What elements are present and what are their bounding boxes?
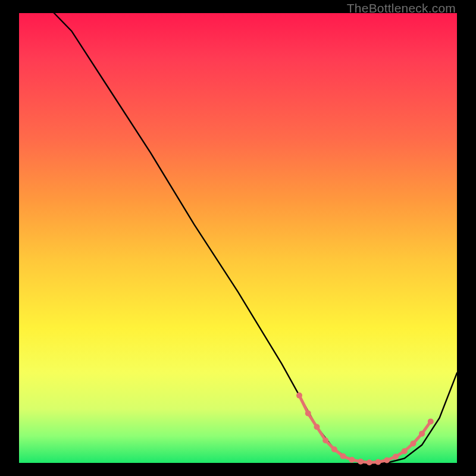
chart-frame: TheBottleneck.com	[0, 0, 476, 476]
marker-dot	[296, 393, 302, 399]
marker-dot	[349, 457, 355, 463]
marker-dot	[419, 431, 425, 437]
marker-dots-group	[296, 393, 434, 466]
marker-dot	[322, 437, 328, 443]
marker-dot	[340, 453, 346, 459]
marker-dot	[410, 441, 416, 447]
plot-area	[19, 13, 457, 463]
marker-dot	[428, 418, 434, 424]
marker-dot	[375, 459, 381, 465]
chart-svg	[19, 13, 457, 463]
marker-dot	[314, 424, 320, 430]
marker-dot	[402, 448, 408, 454]
marker-dot	[305, 411, 311, 416]
bottleneck-curve	[54, 13, 457, 463]
marker-dot	[393, 453, 399, 459]
marker-dot	[367, 459, 372, 465]
marker-dot	[331, 446, 337, 452]
marker-dot	[358, 459, 364, 465]
marker-dot	[384, 458, 390, 464]
